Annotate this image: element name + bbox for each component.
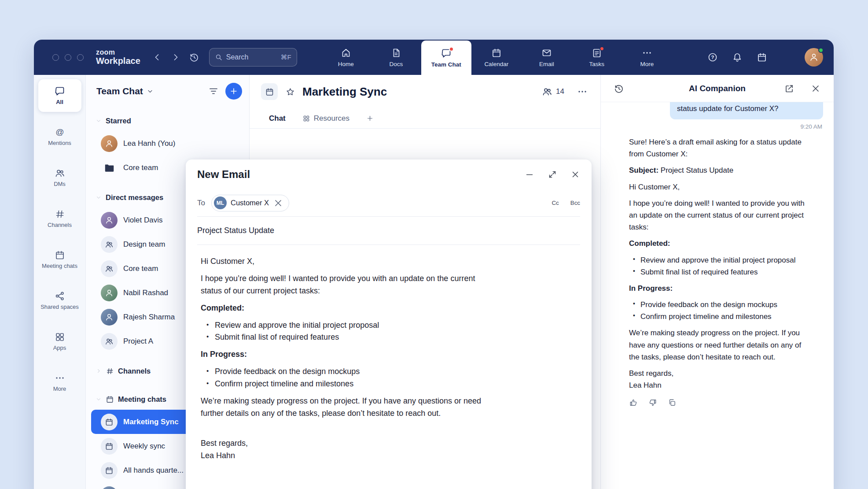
to-label: To xyxy=(197,199,205,207)
window-close-button[interactable] xyxy=(52,54,59,61)
calendar-icon xyxy=(105,442,114,451)
filter-icon xyxy=(208,86,219,96)
nav-more[interactable]: More xyxy=(622,40,672,75)
favorite-button[interactable] xyxy=(283,85,297,98)
rail-dms[interactable]: DMs xyxy=(38,161,81,194)
tab-resources-label: Resources xyxy=(314,114,349,123)
nav-team-chat[interactable]: Team Chat xyxy=(421,41,471,75)
ai-greeting: Hi Customer X, xyxy=(629,181,805,193)
rail-shared-spaces[interactable]: Shared spaces xyxy=(38,284,81,317)
ai-signoff: Best regards, xyxy=(629,367,805,379)
tab-resources[interactable]: Resources xyxy=(302,114,349,123)
channel-tabs: Chat Resources xyxy=(250,108,600,129)
ai-companion-panel: AI Companion Can you draft an email that… xyxy=(601,75,834,489)
schedule-button[interactable] xyxy=(755,51,769,64)
sidebar-title-dropdown[interactable] xyxy=(147,88,154,95)
back-button[interactable] xyxy=(149,49,165,65)
channel-header-actions: 14 xyxy=(542,85,589,98)
profile-avatar[interactable] xyxy=(805,48,823,67)
notification-dot xyxy=(449,47,454,52)
window-fullscreen-button[interactable] xyxy=(77,54,84,61)
section-starred[interactable]: Starred xyxy=(91,110,244,131)
expand-button[interactable] xyxy=(548,170,557,179)
thumbs-down-button[interactable] xyxy=(648,398,657,407)
rail-channels[interactable]: Channels xyxy=(38,202,81,235)
person-icon xyxy=(105,216,114,225)
home-icon xyxy=(341,48,351,58)
ai-close-button[interactable] xyxy=(807,80,824,97)
nav-docs[interactable]: Docs xyxy=(371,40,421,75)
open-external-icon xyxy=(784,83,794,94)
window-controls xyxy=(52,54,84,61)
sidebar-header: Team Chat xyxy=(86,75,249,107)
notifications-button[interactable] xyxy=(731,51,744,64)
nav-email[interactable]: Email xyxy=(522,40,572,75)
group-avatar xyxy=(101,333,118,350)
rail-shared-spaces-label: Shared spaces xyxy=(40,304,79,311)
recipient-chip[interactable]: ML Customer X xyxy=(211,195,289,211)
add-tab-button[interactable] xyxy=(366,115,374,122)
remove-recipient-icon[interactable] xyxy=(273,198,283,208)
chevron-right-icon xyxy=(170,52,181,63)
rail-more[interactable]: More xyxy=(38,366,81,399)
help-icon xyxy=(707,52,718,63)
search-shortcut: ⌘F xyxy=(281,53,291,61)
calendar-icon xyxy=(106,395,114,404)
meeting-avatar xyxy=(101,414,118,430)
window-topbar: zoom Workplace Search ⌘F Home Docs Team … xyxy=(34,40,834,75)
section-meeting-chats-label: Meeting chats xyxy=(118,395,166,404)
docs-icon xyxy=(391,48,401,58)
email-completed-heading: Completed: xyxy=(201,302,488,315)
email-intro: I hope you’re doing well! I wanted to pr… xyxy=(201,273,488,297)
ai-panel-header: AI Companion xyxy=(601,75,834,102)
ai-companion-button[interactable] xyxy=(780,51,793,64)
nav-calendar[interactable]: Calendar xyxy=(471,40,522,75)
tab-chat[interactable]: Chat xyxy=(269,114,286,123)
rail-meeting-chats[interactable]: Meeting chats xyxy=(38,243,81,276)
close-button[interactable] xyxy=(570,170,580,179)
rail-apps[interactable]: Apps xyxy=(38,325,81,358)
nav-more-label: More xyxy=(640,61,654,67)
ai-history-button[interactable] xyxy=(611,80,627,97)
list-item: Confirm project timeline and milestones xyxy=(629,311,805,322)
section-channels-label: Channels xyxy=(118,367,151,375)
thumbs-up-button[interactable] xyxy=(629,398,638,407)
ai-open-external-button[interactable] xyxy=(781,80,798,97)
history-button[interactable] xyxy=(186,49,202,65)
meeting-avatar xyxy=(101,438,118,455)
bcc-button[interactable]: Bcc xyxy=(570,200,580,206)
minimize-button[interactable] xyxy=(525,170,534,179)
rail-apps-label: Apps xyxy=(53,345,66,352)
expand-icon xyxy=(548,170,557,179)
thumbs-down-icon xyxy=(648,398,657,407)
modal-controls xyxy=(525,170,580,179)
rail-all[interactable]: All xyxy=(38,79,81,112)
copy-button[interactable] xyxy=(668,398,677,407)
nav-home[interactable]: Home xyxy=(321,40,371,75)
chat-row-label: Rajesh Sharma xyxy=(123,313,175,322)
people-icon xyxy=(542,86,552,97)
email-body-editor[interactable]: Hi Customer X, I hope you’re doing well!… xyxy=(197,245,580,481)
subject-field[interactable]: Project Status Update xyxy=(197,217,580,245)
search-input[interactable]: Search ⌘F xyxy=(209,48,297,67)
to-field[interactable]: To ML Customer X Cc Bcc xyxy=(197,189,580,217)
group-avatar xyxy=(101,236,118,253)
forward-button[interactable] xyxy=(168,49,184,65)
chat-row-lea-hanh[interactable]: Lea Hanh (You) xyxy=(91,131,244,156)
rail-mentions[interactable]: Mentions xyxy=(38,120,81,153)
channel-more-button[interactable] xyxy=(576,85,589,98)
hash-icon xyxy=(106,367,114,375)
help-button[interactable] xyxy=(706,51,719,64)
chat-bubble-icon xyxy=(55,86,65,96)
cc-button[interactable]: Cc xyxy=(552,200,559,206)
window-minimize-button[interactable] xyxy=(65,54,71,61)
nav-tasks[interactable]: Tasks xyxy=(572,40,622,75)
star-icon xyxy=(286,87,295,96)
members-button[interactable]: 14 xyxy=(542,86,564,97)
filter-button[interactable] xyxy=(205,83,222,100)
chevron-down-icon xyxy=(96,194,102,200)
ai-response-text: Sure! Here’s a draft email asking for a … xyxy=(629,136,805,407)
channel-header: Marketing Sync 14 xyxy=(250,75,600,108)
chat-row-label: Core team xyxy=(123,163,158,172)
new-chat-button[interactable] xyxy=(225,83,242,100)
